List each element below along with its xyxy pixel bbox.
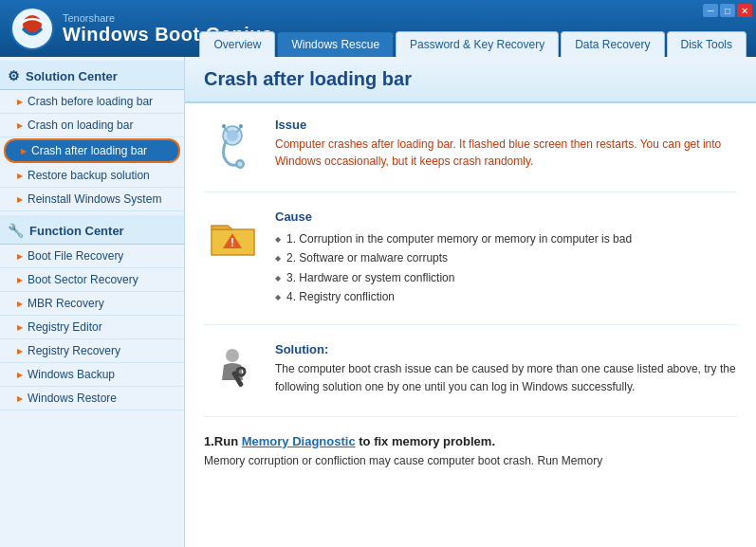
sidebar-item-restore-backup[interactable]: Restore backup solution	[0, 164, 184, 188]
function-center-label: Function Center	[29, 224, 124, 238]
issue-content: Issue Computer crashes after loading bar…	[275, 118, 737, 170]
wrench-icon	[204, 342, 261, 399]
maximize-button[interactable]: □	[720, 4, 735, 17]
content-body: Issue Computer crashes after loading bar…	[185, 103, 756, 484]
svg-point-6	[222, 124, 226, 128]
solution-center-label: Solution Center	[26, 69, 118, 83]
issue-section: Issue Computer crashes after loading bar…	[204, 118, 737, 192]
sidebar-item-crash-after[interactable]: Crash after loading bar	[4, 138, 180, 163]
tab-windows-rescue[interactable]: Windows Rescue	[277, 31, 394, 57]
content-title: Crash after loading bar	[204, 68, 737, 90]
sidebar-item-registry-editor[interactable]: Registry Editor	[0, 316, 184, 339]
main-layout: ⚙ Solution Center Crash before loading b…	[0, 57, 756, 547]
folder-warning-icon: !	[204, 210, 261, 266]
cause-item-2: 2. Software or malware corrupts	[275, 248, 737, 267]
app-logo	[9, 6, 55, 51]
tab-password-recovery[interactable]: Password & Key Recovery	[396, 31, 559, 57]
solution-section: Solution: The computer boot crash issue …	[204, 342, 737, 417]
tab-overview[interactable]: Overview	[199, 31, 275, 57]
function-center-icon: 🔧	[8, 223, 24, 238]
nav-tabs: Overview Windows Rescue Password & Key R…	[199, 31, 747, 57]
solution-text: The computer boot crash issue can be cau…	[275, 360, 737, 396]
cause-section: ! Cause 1. Corruption in the computer me…	[204, 210, 737, 325]
sidebar: ⚙ Solution Center Crash before loading b…	[0, 57, 185, 547]
window-controls: ─ □ ✕	[703, 4, 752, 17]
sidebar-item-reinstall-windows[interactable]: Reinstall Windows System	[0, 188, 184, 211]
solution-center-header: ⚙ Solution Center	[0, 61, 184, 90]
issue-label: Issue	[275, 118, 737, 132]
tab-data-recovery[interactable]: Data Recovery	[561, 31, 664, 57]
sidebar-item-crash-on[interactable]: Crash on loading bar	[0, 114, 184, 137]
minimize-button[interactable]: ─	[703, 4, 718, 17]
svg-point-7	[239, 124, 243, 128]
svg-point-10	[226, 349, 239, 362]
svg-text:!: !	[230, 236, 234, 249]
title-bar: Tenorshare Windows Boot Genius Overview …	[0, 0, 756, 57]
issue-text: Computer crashes after loading bar. It f…	[275, 136, 737, 170]
content-header: Crash after loading bar	[185, 57, 756, 103]
step1-text: Memory corruption or confliction may cau…	[204, 452, 737, 470]
solution-center-icon: ⚙	[8, 68, 20, 83]
sidebar-item-boot-sector[interactable]: Boot Sector Recovery	[0, 268, 184, 292]
solution-content: Solution: The computer boot crash issue …	[275, 342, 737, 396]
memory-diagnostic-link[interactable]: Memory Diagnostic	[242, 434, 356, 448]
sidebar-item-mbr-recovery[interactable]: MBR Recovery	[0, 292, 184, 316]
sidebar-item-registry-recovery[interactable]: Registry Recovery	[0, 339, 184, 363]
content-area: Crash after loading bar	[185, 57, 756, 547]
step1-section: 1.Run Memory Diagnostic to fix memory pr…	[204, 434, 737, 470]
svg-point-5	[237, 161, 242, 166]
cause-item-4: 4. Registry confliction	[275, 287, 737, 306]
solution-label: Solution:	[275, 342, 737, 356]
function-center-header: 🔧 Function Center	[0, 215, 184, 245]
step1-label: 1.Run Memory Diagnostic to fix memory pr…	[204, 434, 737, 448]
sidebar-item-crash-before[interactable]: Crash before loading bar	[0, 90, 184, 114]
sidebar-item-boot-file[interactable]: Boot File Recovery	[0, 245, 184, 268]
cause-label: Cause	[275, 210, 737, 224]
sidebar-item-windows-backup[interactable]: Windows Backup	[0, 363, 184, 387]
close-button[interactable]: ✕	[737, 4, 752, 17]
cause-content: Cause 1. Corruption in the computer memo…	[275, 210, 737, 307]
sidebar-item-windows-restore[interactable]: Windows Restore	[0, 387, 184, 410]
company-name: Tenorshare	[63, 12, 273, 24]
tab-disk-tools[interactable]: Disk Tools	[667, 31, 747, 57]
cause-list: 1. Corruption in the computer memory or …	[275, 229, 737, 307]
cause-item-3: 3. Hardware or system confliction	[275, 268, 737, 287]
stethoscope-icon	[204, 118, 261, 174]
cause-item-1: 1. Corruption in the computer memory or …	[275, 229, 737, 248]
